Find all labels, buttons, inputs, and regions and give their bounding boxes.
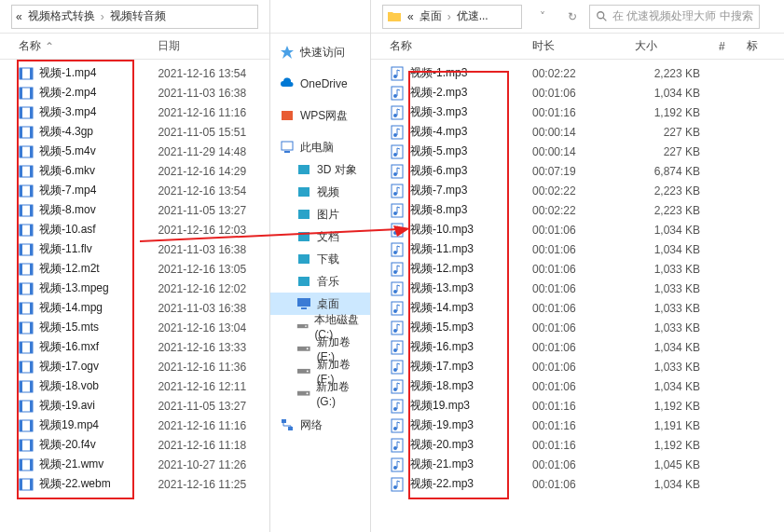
file-row[interactable]: 视频-3.mp300:01:161,192 KB bbox=[371, 102, 784, 122]
file-row[interactable]: 视频-16.mp300:01:061,034 KB bbox=[371, 337, 784, 357]
video-file-icon bbox=[19, 321, 34, 335]
doc-icon bbox=[296, 229, 311, 244]
file-row[interactable]: 视频-1.mp300:02:222,223 KB bbox=[371, 63, 784, 83]
audio-file-icon bbox=[390, 321, 405, 335]
file-row[interactable]: 视频19.mp42021-12-16 11:16 bbox=[0, 416, 269, 435]
breadcrumb-item[interactable]: 优速... bbox=[457, 8, 488, 24]
nav-item-download[interactable]: 下载 bbox=[270, 248, 370, 270]
file-row[interactable]: 视频-18.vob2021-12-16 12:11 bbox=[0, 376, 269, 396]
nav-item-network[interactable]: 网络 bbox=[270, 414, 370, 436]
file-row[interactable]: 视频19.mp300:01:161,192 KB bbox=[371, 396, 784, 416]
header-size[interactable]: 大小 bbox=[635, 38, 719, 54]
file-row[interactable]: 视频-17.mp300:01:061,033 KB bbox=[371, 357, 784, 376]
file-row[interactable]: 视频-21.mp300:01:061,045 KB bbox=[371, 455, 784, 474]
nav-item-star[interactable]: 快速访问 bbox=[270, 41, 370, 63]
file-row[interactable]: 视频-6.mp300:07:196,874 KB bbox=[371, 161, 784, 181]
header-name[interactable]: 名称 bbox=[390, 38, 523, 54]
file-row[interactable]: 视频-14.mpg2021-11-03 16:38 bbox=[0, 298, 269, 318]
file-row[interactable]: 视频-7.mp300:02:222,223 KB bbox=[371, 181, 784, 200]
file-row[interactable]: 视频-6.mkv2021-12-16 14:29 bbox=[0, 161, 269, 181]
file-date: 2021-12-16 11:16 bbox=[158, 419, 269, 432]
file-row[interactable]: 视频-8.mp300:02:222,223 KB bbox=[371, 200, 784, 220]
file-size: 2,223 KB bbox=[635, 67, 719, 80]
file-row[interactable]: 视频-18.mp300:01:061,034 KB bbox=[371, 376, 784, 396]
file-row[interactable]: 视频-5.mp300:00:14227 KB bbox=[371, 142, 784, 161]
video-file-icon bbox=[19, 144, 34, 159]
nav-item-pc[interactable]: 此电脑 bbox=[270, 136, 370, 158]
svg-point-79 bbox=[305, 326, 307, 328]
audio-file-icon bbox=[390, 242, 405, 257]
file-row[interactable]: 视频-12.mp300:01:061,033 KB bbox=[371, 259, 784, 279]
file-row[interactable]: 视频-4.mp300:00:14227 KB bbox=[371, 122, 784, 142]
svg-point-103 bbox=[393, 192, 397, 196]
file-row[interactable]: 视频-20.f4v2021-12-16 11:18 bbox=[0, 435, 269, 455]
nav-item-video[interactable]: 视频 bbox=[270, 181, 370, 203]
right-column-headers: 名称 时长 大小 # 标 bbox=[371, 34, 784, 60]
file-date: 2021-12-16 11:16 bbox=[158, 106, 269, 119]
header-duration[interactable]: 时长 bbox=[523, 38, 635, 54]
header-date[interactable]: 日期 bbox=[158, 38, 269, 54]
nav-item-label: 音乐 bbox=[317, 274, 339, 290]
header-name[interactable]: 名称 ⌃ bbox=[19, 38, 158, 54]
file-row[interactable]: 视频-14.mp300:01:061,033 KB bbox=[371, 298, 784, 318]
audio-file-icon bbox=[390, 281, 405, 296]
file-row[interactable]: 视频-13.mp300:01:061,033 KB bbox=[371, 279, 784, 298]
file-row[interactable]: 视频-11.flv2021-11-03 16:38 bbox=[0, 239, 269, 259]
svg-point-105 bbox=[393, 211, 397, 215]
file-name: 视频-15.mts bbox=[39, 320, 99, 335]
file-row[interactable]: 视频-22.webm2021-12-16 11:25 bbox=[0, 474, 269, 494]
nav-item-picture[interactable]: 图片 bbox=[270, 203, 370, 225]
breadcrumb-item[interactable]: 桌面 bbox=[420, 8, 442, 24]
file-row[interactable]: 视频-2.mp300:01:061,034 KB bbox=[371, 83, 784, 102]
breadcrumb-item[interactable]: 视频转音频 bbox=[110, 8, 166, 24]
file-date: 2021-10-27 11:26 bbox=[158, 458, 269, 471]
file-row[interactable]: 视频-15.mts2021-12-16 13:04 bbox=[0, 318, 269, 337]
file-row[interactable]: 视频-11.mp300:01:061,034 KB bbox=[371, 239, 784, 259]
search-input[interactable]: 在 优速视频处理大师 中搜索 bbox=[589, 5, 760, 29]
refresh-button[interactable]: ↻ bbox=[559, 4, 585, 30]
file-row[interactable]: 视频-19.avi2021-11-05 13:27 bbox=[0, 396, 269, 416]
file-date: 2021-11-05 13:27 bbox=[158, 204, 269, 217]
file-row[interactable]: 视频-20.mp300:01:161,192 KB bbox=[371, 435, 784, 455]
file-row[interactable]: 视频-5.m4v2021-11-29 14:48 bbox=[0, 142, 269, 161]
svg-rect-68 bbox=[282, 142, 293, 150]
header-title[interactable]: 标 bbox=[747, 38, 784, 54]
music-icon bbox=[296, 274, 311, 289]
nav-item-music[interactable]: 音乐 bbox=[270, 270, 370, 293]
file-duration: 00:01:16 bbox=[523, 400, 635, 413]
file-row[interactable]: 视频-19.mp300:01:161,191 KB bbox=[371, 416, 784, 435]
header-index[interactable]: # bbox=[719, 40, 747, 53]
nav-item-drive[interactable]: 新加卷 (G:) bbox=[270, 382, 370, 404]
right-breadcrumb[interactable]: « 桌面 › 优速... bbox=[382, 5, 522, 29]
svg-rect-56 bbox=[30, 420, 33, 431]
file-row[interactable]: 视频-3.mp42021-12-16 11:16 bbox=[0, 102, 269, 122]
nav-item-3d[interactable]: 3D 对象 bbox=[270, 158, 370, 181]
file-size: 1,192 KB bbox=[635, 439, 719, 452]
svg-point-125 bbox=[393, 407, 397, 411]
file-name: 视频-4.3gp bbox=[39, 124, 93, 140]
file-row[interactable]: 视频-15.mp300:01:061,033 KB bbox=[371, 318, 784, 337]
file-date: 2021-11-03 16:38 bbox=[158, 243, 269, 256]
file-name: 视频-10.asf bbox=[39, 222, 96, 238]
file-row[interactable]: 视频-21.wmv2021-10-27 11:26 bbox=[0, 455, 269, 474]
file-row[interactable]: 视频-22.mp300:01:061,034 KB bbox=[371, 474, 784, 494]
file-row[interactable]: 视频-17.ogv2021-12-16 11:36 bbox=[0, 357, 269, 376]
nav-item-doc[interactable]: 文档 bbox=[270, 225, 370, 248]
file-row[interactable]: 视频-16.mxf2021-12-16 13:33 bbox=[0, 337, 269, 357]
file-row[interactable]: 视频-10.mp300:01:061,034 KB bbox=[371, 220, 784, 239]
nav-item-cloud[interactable]: OneDrive bbox=[270, 73, 370, 95]
file-row[interactable]: 视频-10.asf2021-12-16 12:03 bbox=[0, 220, 269, 239]
file-row[interactable]: 视频-13.mpeg2021-12-16 12:02 bbox=[0, 279, 269, 298]
dropdown-button[interactable]: ˅ bbox=[530, 4, 556, 30]
file-row[interactable]: 视频-1.mp42021-12-16 13:54 bbox=[0, 63, 269, 83]
nav-item-wps[interactable]: WPS网盘 bbox=[270, 104, 370, 127]
file-row[interactable]: 视频-4.3gp2021-11-05 15:51 bbox=[0, 122, 269, 142]
left-breadcrumb[interactable]: « 视频格式转换 › 视频转音频 bbox=[11, 5, 258, 29]
file-size: 1,034 KB bbox=[635, 341, 719, 354]
file-row[interactable]: 视频-7.mp42021-12-16 13:54 bbox=[0, 181, 269, 200]
file-row[interactable]: 视频-12.m2t2021-12-16 13:05 bbox=[0, 259, 269, 279]
svg-rect-67 bbox=[282, 111, 293, 120]
breadcrumb-item[interactable]: 视频格式转换 bbox=[28, 8, 95, 24]
file-row[interactable]: 视频-8.mov2021-11-05 13:27 bbox=[0, 200, 269, 220]
file-row[interactable]: 视频-2.mp42021-11-03 16:38 bbox=[0, 83, 269, 102]
